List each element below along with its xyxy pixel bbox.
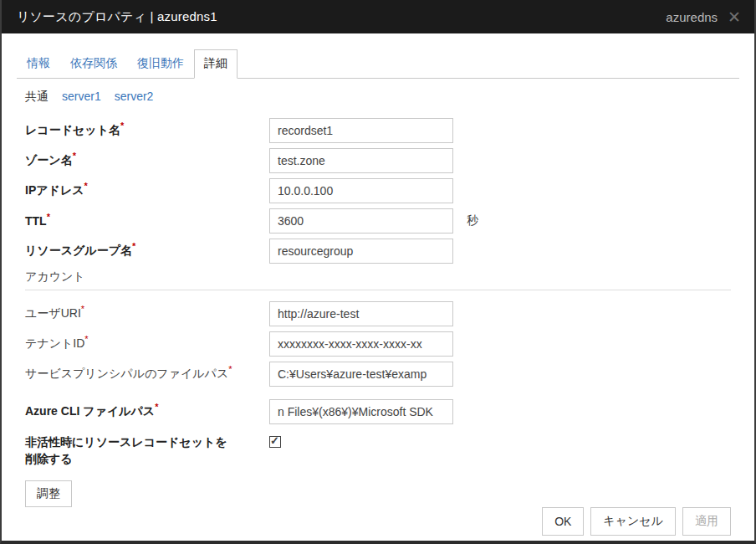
ttl-input[interactable] — [269, 208, 453, 234]
resource-group-label: リソースグループ名* — [25, 244, 269, 259]
delete-on-inactive-row: 非活性時にリソースレコードセットを削除する — [25, 434, 731, 467]
required-mark: * — [120, 121, 124, 131]
adjust-button[interactable]: 調整 — [25, 480, 72, 507]
dialog-title: リソースのプロパティ | azuredns1 — [17, 9, 217, 25]
ttl-unit-label: 秒 — [467, 213, 478, 228]
resource-properties-dialog: リソースのプロパティ | azuredns1 azuredns ✕ 情報 依存関… — [0, 0, 756, 544]
service-principal-path-label: サービスプリンシパルのファイルパス* — [25, 367, 269, 382]
zone-name-label: ゾーン名* — [25, 153, 269, 168]
close-icon[interactable]: ✕ — [728, 9, 741, 25]
resource-group-input[interactable] — [269, 239, 453, 264]
account-section-title: アカウント — [25, 269, 731, 285]
user-uri-row: ユーザURI* — [25, 301, 731, 326]
ip-address-row: IPアドレス* — [25, 178, 731, 203]
titlebar-right: azuredns ✕ — [666, 9, 741, 25]
recordset-name-row: レコードセット名* — [25, 118, 731, 143]
tab-recovery[interactable]: 復旧動作 — [127, 49, 194, 79]
user-uri-input[interactable] — [269, 301, 453, 326]
context-label: azuredns — [666, 10, 718, 24]
zone-name-row: ゾーン名* — [25, 148, 731, 173]
required-mark: * — [47, 212, 50, 222]
delete-on-inactive-label: 非活性時にリソースレコードセットを削除する — [25, 434, 269, 467]
tenant-id-label: テナントID* — [25, 336, 269, 352]
tab-details[interactable]: 詳細 — [194, 49, 238, 79]
cancel-button[interactable]: キャンセル — [590, 507, 676, 536]
details-form: レコードセット名* ゾーン名* IPアドレス* TTL* 秒 リソースグループ名… — [25, 118, 731, 507]
recordset-name-input[interactable] — [269, 118, 453, 143]
ip-address-label: IPアドレス* — [25, 183, 269, 198]
ok-button[interactable]: OK — [542, 507, 584, 536]
ttl-label: TTL* — [25, 214, 269, 228]
dialog-content: 情報 依存関係 復旧動作 詳細 共通 server1 server2 レコードセ… — [2, 33, 754, 544]
tenant-id-row: テナントID* — [25, 331, 731, 357]
subnav-server2[interactable]: server2 — [115, 90, 154, 105]
required-mark: * — [81, 304, 84, 314]
tab-strip: 情報 依存関係 復旧動作 詳細 — [17, 49, 739, 79]
required-mark: * — [132, 241, 135, 251]
resource-group-row: リソースグループ名* — [25, 239, 731, 264]
subnav-common[interactable]: 共通 — [25, 90, 49, 105]
required-mark: * — [84, 334, 88, 344]
delete-on-inactive-checkbox[interactable] — [269, 436, 281, 448]
ttl-row: TTL* 秒 — [25, 208, 731, 234]
required-mark: * — [73, 151, 76, 161]
service-principal-path-input[interactable] — [269, 362, 453, 387]
service-principal-path-row: サービスプリンシパルのファイルパス* — [25, 362, 731, 387]
zone-name-input[interactable] — [269, 148, 453, 173]
azure-cli-path-row: Azure CLI ファイルパス* — [25, 399, 731, 424]
account-section-divider — [25, 290, 731, 290]
azure-cli-path-label: Azure CLI ファイルパス* — [25, 404, 269, 419]
subnav-server1[interactable]: server1 — [62, 90, 101, 105]
azure-cli-path-input[interactable] — [269, 399, 453, 424]
apply-button[interactable]: 適用 — [682, 507, 731, 536]
adjust-row: 調整 — [25, 480, 731, 507]
user-uri-label: ユーザURI* — [25, 306, 269, 321]
dialog-footer: OK キャンセル 適用 — [25, 507, 731, 544]
tenant-id-input[interactable] — [269, 331, 453, 357]
server-subnav: 共通 server1 server2 — [25, 90, 731, 105]
ip-address-input[interactable] — [269, 178, 453, 203]
required-mark: * — [228, 364, 232, 374]
recordset-name-label: レコードセット名* — [25, 123, 269, 138]
required-mark: * — [84, 181, 88, 191]
tab-dependencies[interactable]: 依存関係 — [60, 49, 127, 79]
dialog-titlebar: リソースのプロパティ | azuredns1 azuredns ✕ — [2, 0, 754, 33]
required-mark: * — [155, 402, 158, 412]
tab-info[interactable]: 情報 — [17, 49, 60, 79]
